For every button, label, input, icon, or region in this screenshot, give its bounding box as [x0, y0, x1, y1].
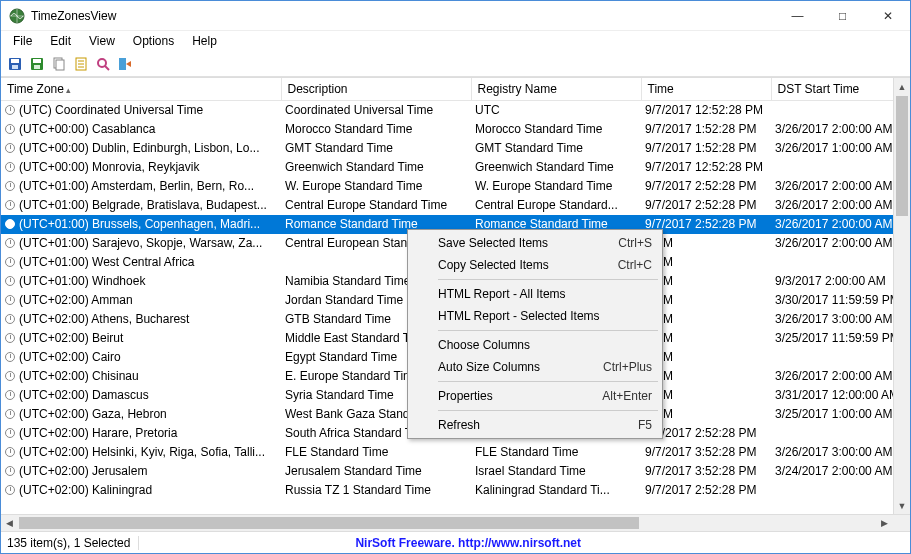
- properties-icon[interactable]: [73, 56, 89, 72]
- status-brand: NirSoft Freeware. http://www.nirsoft.net: [355, 536, 581, 550]
- cell-tz: (UTC+02:00) Amman: [1, 291, 281, 310]
- cell-dst: [771, 481, 893, 500]
- statusbar: 135 item(s), 1 Selected NirSoft Freeware…: [1, 531, 910, 553]
- hscroll-thumb[interactable]: [19, 517, 639, 529]
- clock-icon: [5, 257, 15, 267]
- menu-help[interactable]: Help: [184, 33, 225, 49]
- clock-icon: [5, 352, 15, 362]
- context-menu-item[interactable]: PropertiesAlt+Enter: [410, 385, 660, 407]
- context-menu-item[interactable]: Copy Selected ItemsCtrl+C: [410, 254, 660, 276]
- cell-reg: Central Europe Standard...: [471, 196, 641, 215]
- clock-icon: [5, 371, 15, 381]
- svg-line-14: [105, 66, 109, 70]
- svg-rect-5: [33, 59, 41, 63]
- exit-icon[interactable]: [117, 56, 133, 72]
- table-row[interactable]: (UTC+02:00) JerusalemJerusalem Standard …: [1, 462, 893, 481]
- cell-reg: GMT Standard Time: [471, 139, 641, 158]
- cell-time: 9/7/2017 3:52:28 PM: [641, 462, 771, 481]
- context-menu-shortcut: Alt+Enter: [602, 389, 652, 403]
- cell-tz: (UTC+02:00) Jerusalem: [1, 462, 281, 481]
- cell-tz: (UTC+00:00) Monrovia, Reykjavik: [1, 158, 281, 177]
- clock-icon: [5, 162, 15, 172]
- table-row[interactable]: (UTC+01:00) Amsterdam, Berlin, Bern, Ro.…: [1, 177, 893, 196]
- cell-tz: (UTC+01:00) Sarajevo, Skopje, Warsaw, Za…: [1, 234, 281, 253]
- clock-icon: [5, 238, 15, 248]
- table-row[interactable]: (UTC+01:00) Belgrade, Bratislava, Budape…: [1, 196, 893, 215]
- cell-time: 9/7/2017 12:52:28 PM: [641, 158, 771, 177]
- context-menu-item[interactable]: HTML Report - Selected Items: [410, 305, 660, 327]
- context-menu-separator: [438, 330, 658, 331]
- clock-icon: [5, 295, 15, 305]
- scroll-left-icon[interactable]: ◀: [1, 515, 18, 531]
- menu-file[interactable]: File: [5, 33, 40, 49]
- cell-dst: 3/24/2017 2:00:00 AM: [771, 462, 893, 481]
- svg-rect-15: [119, 58, 126, 70]
- table-row[interactable]: (UTC) Coordinated Universal TimeCoordina…: [1, 101, 893, 120]
- table-row[interactable]: (UTC+00:00) Monrovia, ReykjavikGreenwich…: [1, 158, 893, 177]
- column-header-dst[interactable]: DST Start Time: [771, 78, 893, 101]
- context-menu-item[interactable]: RefreshF5: [410, 414, 660, 436]
- context-menu-separator: [438, 410, 658, 411]
- cell-time: 9/7/2017 12:52:28 PM: [641, 101, 771, 120]
- cell-dst: 3/26/2017 2:00:00 AM: [771, 234, 893, 253]
- context-menu-item[interactable]: Auto Size ColumnsCtrl+Plus: [410, 356, 660, 378]
- context-menu-separator: [438, 381, 658, 382]
- vertical-scrollbar[interactable]: ▲ ▼: [893, 78, 910, 514]
- column-header-timezone[interactable]: Time Zone: [1, 78, 281, 101]
- cell-time: 9/7/2017 2:52:28 PM: [641, 196, 771, 215]
- cell-tz: (UTC+02:00) Gaza, Hebron: [1, 405, 281, 424]
- clock-icon: [5, 143, 15, 153]
- cell-tz: (UTC+01:00) Belgrade, Bratislava, Budape…: [1, 196, 281, 215]
- nirsoft-link[interactable]: http://www.nirsoft.net: [458, 536, 581, 550]
- scroll-down-icon[interactable]: ▼: [894, 497, 910, 514]
- cell-dst: 3/25/2017 1:00:00 AM: [771, 405, 893, 424]
- scroll-up-icon[interactable]: ▲: [894, 78, 910, 95]
- context-menu-item[interactable]: Choose Columns: [410, 334, 660, 356]
- copy-icon[interactable]: [51, 56, 67, 72]
- menu-options[interactable]: Options: [125, 33, 182, 49]
- save-icon[interactable]: [7, 56, 23, 72]
- table-row[interactable]: (UTC+02:00) KaliningradRussia TZ 1 Stand…: [1, 481, 893, 500]
- table-row[interactable]: (UTC+00:00) Dublin, Edinburgh, Lisbon, L…: [1, 139, 893, 158]
- table-row[interactable]: (UTC+00:00) CasablancaMorocco Standard T…: [1, 120, 893, 139]
- column-header-time[interactable]: Time: [641, 78, 771, 101]
- cell-reg: Greenwich Standard Time: [471, 158, 641, 177]
- context-menu-label: Choose Columns: [438, 338, 652, 352]
- cell-tz: (UTC+02:00) Damascus: [1, 386, 281, 405]
- vscroll-thumb[interactable]: [896, 96, 908, 216]
- find-icon[interactable]: [95, 56, 111, 72]
- cell-dst: [771, 424, 893, 443]
- toolbar: [1, 51, 910, 77]
- cell-desc: Coordinated Universal Time: [281, 101, 471, 120]
- context-menu-label: Properties: [438, 389, 578, 403]
- cell-dst: 3/26/2017 3:00:00 AM: [771, 443, 893, 462]
- clock-icon: [5, 124, 15, 134]
- column-header-description[interactable]: Description: [281, 78, 471, 101]
- context-menu-separator: [438, 279, 658, 280]
- cell-dst: 3/26/2017 2:00:00 AM: [771, 196, 893, 215]
- context-menu-item[interactable]: Save Selected ItemsCtrl+S: [410, 232, 660, 254]
- column-header-registry[interactable]: Registry Name: [471, 78, 641, 101]
- save-green-icon[interactable]: [29, 56, 45, 72]
- maximize-button[interactable]: □: [820, 1, 865, 31]
- menu-view[interactable]: View: [81, 33, 123, 49]
- cell-tz: (UTC+02:00) Chisinau: [1, 367, 281, 386]
- list-view[interactable]: Time Zone Description Registry Name Time…: [1, 77, 910, 531]
- cell-tz: (UTC+02:00) Beirut: [1, 329, 281, 348]
- horizontal-scrollbar[interactable]: ◀ ▶: [1, 514, 910, 531]
- close-button[interactable]: ✕: [865, 1, 910, 31]
- scroll-right-icon[interactable]: ▶: [876, 515, 893, 531]
- app-icon: [9, 8, 25, 24]
- context-menu-item[interactable]: HTML Report - All Items: [410, 283, 660, 305]
- context-menu-label: HTML Report - All Items: [438, 287, 652, 301]
- svg-rect-3: [12, 65, 18, 69]
- cell-dst: 3/26/2017 2:00:00 AM: [771, 215, 893, 234]
- context-menu-label: Auto Size Columns: [438, 360, 579, 374]
- minimize-button[interactable]: —: [775, 1, 820, 31]
- cell-dst: 9/3/2017 2:00:00 AM: [771, 272, 893, 291]
- clock-icon: [5, 447, 15, 457]
- clock-icon: [5, 105, 15, 115]
- table-row[interactable]: (UTC+02:00) Helsinki, Kyiv, Riga, Sofia,…: [1, 443, 893, 462]
- clock-icon: [5, 390, 15, 400]
- menu-edit[interactable]: Edit: [42, 33, 79, 49]
